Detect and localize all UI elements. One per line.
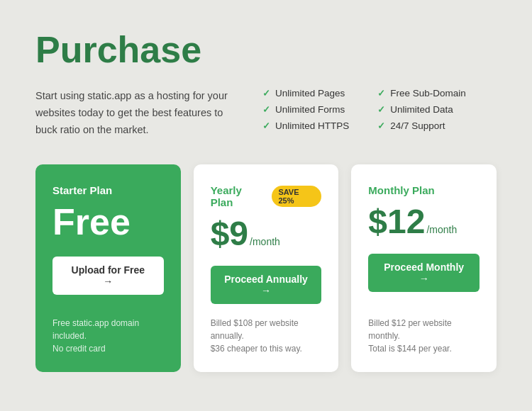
starter-plan-card: Starter Plan Free Upload for Free → Free… — [35, 164, 181, 372]
feature-unlimited-data: ✓ Unlimited Data — [377, 104, 466, 115]
starter-plan-name: Starter Plan — [52, 184, 164, 196]
page-title: Purchase — [35, 28, 497, 71]
feature-unlimited-https: ✓ Unlimited HTTPS — [262, 120, 349, 131]
yearly-price-amount: $9 — [211, 215, 248, 253]
yearly-price-row: $9 /month — [211, 215, 322, 253]
monthly-price-amount: $12 — [368, 203, 425, 241]
features-columns: ✓ Unlimited Pages ✓ Unlimited Forms ✓ Un… — [262, 88, 497, 131]
feature-247-support: ✓ 24/7 Support — [377, 120, 466, 131]
yearly-plan-note: Billed $108 per website annually. $36 ch… — [211, 317, 322, 355]
monthly-plan-header: Monthly Plan — [368, 184, 480, 196]
monthly-price-sub: /month — [426, 224, 457, 235]
features-col1: ✓ Unlimited Pages ✓ Unlimited Forms ✓ Un… — [262, 88, 349, 131]
monthly-price-row: $12 /month — [368, 203, 480, 241]
check-icon: ✓ — [262, 120, 270, 131]
features-col2: ✓ Free Sub-Domain ✓ Unlimited Data ✓ 24/… — [377, 88, 466, 131]
upload-free-button[interactable]: Upload for Free → — [52, 257, 164, 295]
intro-section: Start using static.app as a hosting for … — [35, 88, 497, 139]
check-icon: ✓ — [262, 104, 270, 115]
plans-row: Starter Plan Free Upload for Free → Free… — [35, 164, 497, 372]
check-icon: ✓ — [377, 88, 385, 98]
yearly-price-sub: /month — [250, 236, 280, 247]
save-badge: SAVE 25% — [272, 186, 321, 207]
yearly-plan-card: Yearly Plan SAVE 25% $9 /month Proceed A… — [194, 164, 339, 372]
yearly-plan-name: Yearly Plan — [211, 184, 265, 208]
yearly-plan-header: Yearly Plan SAVE 25% — [211, 184, 322, 208]
proceed-monthly-button[interactable]: Proceed Monthly → — [368, 254, 480, 292]
feature-free-subdomain: ✓ Free Sub-Domain — [377, 88, 466, 98]
monthly-plan-name: Monthly Plan — [368, 184, 434, 196]
check-icon: ✓ — [377, 104, 385, 115]
starter-price: Free — [52, 202, 164, 242]
feature-unlimited-forms: ✓ Unlimited Forms — [262, 104, 349, 115]
monthly-plan-note: Billed $12 per website monthly. Total is… — [368, 317, 480, 355]
check-icon: ✓ — [377, 120, 385, 131]
starter-note: Free static.app domain included. No cred… — [52, 317, 164, 355]
feature-unlimited-pages: ✓ Unlimited Pages — [262, 88, 349, 98]
proceed-annually-button[interactable]: Proceed Annually → — [211, 266, 322, 304]
intro-text: Start using static.app as a hosting for … — [35, 88, 234, 139]
check-icon: ✓ — [262, 88, 270, 98]
monthly-plan-card: Monthly Plan $12 /month Proceed Monthly … — [351, 164, 497, 372]
